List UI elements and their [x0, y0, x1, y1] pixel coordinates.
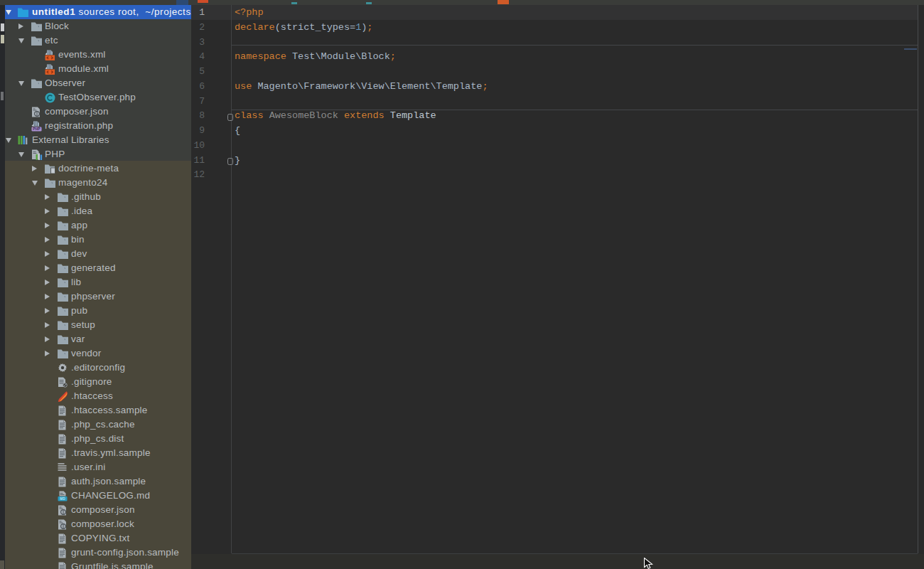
svg-text:MD: MD — [60, 497, 65, 501]
svg-text:PHP: PHP — [33, 127, 41, 131]
